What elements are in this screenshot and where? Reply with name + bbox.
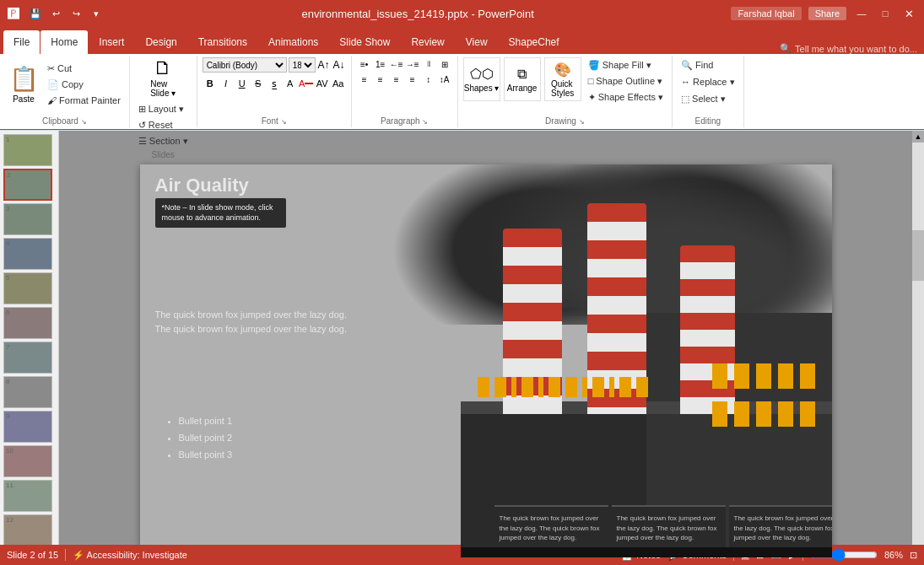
tab-shapechef[interactable]: ShapeChef <box>499 30 570 54</box>
find-button[interactable]: 🔍 Find <box>678 57 716 73</box>
arrange-label: Arrange <box>507 83 538 93</box>
shape-effects-button[interactable]: ✦ Shape Effects ▾ <box>585 89 667 105</box>
slide-title: Air Quality <box>155 175 249 196</box>
text-shadow-button[interactable]: s̲ <box>267 76 282 91</box>
editing-content: 🔍 Find ↔ Replace ▾ ⬚ Select ▾ <box>678 57 738 115</box>
columns-button[interactable]: ⫴ <box>421 57 436 71</box>
ribbon: File Home Insert Design Transitions Anim… <box>0 27 924 131</box>
slide-thumb-2[interactable]: 2 <box>3 169 52 201</box>
line-spacing-button[interactable]: ↕ <box>421 73 436 86</box>
font-case-button[interactable]: Aa <box>331 76 346 91</box>
slide-thumb-3[interactable]: 3 <box>3 203 52 235</box>
tab-design[interactable]: Design <box>135 30 186 54</box>
quick-styles-button[interactable]: 🎨 QuickStyles <box>544 57 581 101</box>
arrange-button[interactable]: ⧉ Arrange <box>504 57 541 101</box>
font-size-select[interactable]: 18 <box>289 57 316 73</box>
scroll-thumb[interactable] <box>912 230 924 281</box>
tab-home[interactable]: Home <box>41 30 88 54</box>
arrange-icon: ⧉ <box>517 67 527 82</box>
paste-icon: 📋 <box>9 65 39 93</box>
slide-thumb-11[interactable]: 11 <box>3 480 52 512</box>
window <box>800 363 815 389</box>
user-name[interactable]: Farshad Iqbal <box>731 7 801 20</box>
decrease-indent-button[interactable]: ←≡ <box>389 57 404 71</box>
maximize-button[interactable]: □ <box>877 5 894 22</box>
tab-review[interactable]: Review <box>401 30 454 54</box>
format-painter-button[interactable]: 🖌 Format Painter <box>44 93 124 108</box>
underline-button[interactable]: U <box>235 76 250 91</box>
shapes-button[interactable]: ⬠⬡ Shapes ▾ <box>463 57 500 101</box>
bold-button[interactable]: B <box>203 76 218 91</box>
arrange-col: ⧉ Arrange <box>504 57 541 101</box>
justify-button[interactable]: ≡ <box>405 73 420 86</box>
strikethrough-button[interactable]: S <box>251 76 266 91</box>
window <box>636 377 648 397</box>
shape-fill-button[interactable]: 🪣 Shape Fill ▾ <box>585 57 667 73</box>
window <box>592 377 604 397</box>
tab-animations[interactable]: Animations <box>258 30 328 54</box>
slide-canvas[interactable]: Air Quality *Note – In slide show mode, … <box>140 164 832 557</box>
select-button[interactable]: ⬚ Select ▾ <box>678 91 729 106</box>
font-color-button[interactable]: A <box>299 76 314 91</box>
minimize-button[interactable]: — <box>853 5 870 22</box>
font-expand[interactable]: ↘ <box>281 118 287 126</box>
vertical-scrollbar[interactable]: ▲ ▼ <box>912 131 924 565</box>
tab-view[interactable]: View <box>456 30 498 54</box>
drawing-expand[interactable]: ↘ <box>579 118 585 126</box>
redo-btn[interactable]: ↪ <box>68 5 84 22</box>
tab-insert[interactable]: Insert <box>89 30 134 54</box>
slide-thumb-4[interactable]: 4 <box>3 238 52 270</box>
save-btn[interactable]: 💾 <box>27 5 44 22</box>
slide-num-9: 9 <box>6 412 9 420</box>
numbering-button[interactable]: 1≡ <box>373 57 388 71</box>
bullets-button[interactable]: ≡• <box>357 57 372 71</box>
char-spacing-button[interactable]: AV <box>315 76 330 91</box>
smart-art-button[interactable]: ⊞ <box>437 57 452 71</box>
fit-slide-button[interactable]: ⊡ <box>910 550 917 561</box>
shape-outline-button[interactable]: □ Shape Outline ▾ <box>585 73 667 89</box>
clear-format-button[interactable]: A <box>283 76 298 91</box>
tab-file[interactable]: File <box>3 30 40 54</box>
close-button[interactable]: ✕ <box>900 5 917 22</box>
align-left-button[interactable]: ≡ <box>357 73 372 86</box>
copy-button[interactable]: 📄 Copy <box>44 77 124 92</box>
align-center-button[interactable]: ≡ <box>373 73 388 86</box>
font-size-increase[interactable]: A↑ <box>317 58 331 72</box>
slide-thumb-6[interactable]: 6 <box>3 307 52 339</box>
window <box>478 377 489 397</box>
zoom-level[interactable]: 86% <box>884 550 903 560</box>
accessibility-button[interactable]: ⚡ Accessibility: Investigate <box>73 550 187 561</box>
tab-slideshow[interactable]: Slide Show <box>329 30 400 54</box>
align-right-button[interactable]: ≡ <box>389 73 404 86</box>
font-size-decrease[interactable]: A↓ <box>332 58 346 72</box>
title-bar: 🅿 💾 ↩ ↪ ▾ environmental_issues_21419.ppt… <box>0 0 924 27</box>
layout-button[interactable]: ⊞ Layout ▾ <box>135 101 192 116</box>
replace-button[interactable]: ↔ Replace ▾ <box>678 74 738 89</box>
slide-thumb-1[interactable]: 1 <box>3 134 52 166</box>
slide-thumb-12[interactable]: 12 <box>3 514 52 546</box>
share-button[interactable]: Share <box>808 7 846 20</box>
customize-qat-btn[interactable]: ▾ <box>88 5 105 22</box>
slide-thumb-10[interactable]: 10 <box>3 445 52 477</box>
paragraph-expand[interactable]: ↘ <box>422 118 428 126</box>
undo-btn[interactable]: ↩ <box>47 5 64 22</box>
slide-thumb-7[interactable]: 7 <box>3 342 52 374</box>
increase-indent-button[interactable]: →≡ <box>405 57 420 71</box>
cut-button[interactable]: ✂ Cut <box>44 61 124 76</box>
text-direction-button[interactable]: ↕A <box>437 73 452 86</box>
font-family-select[interactable]: Calibri (Body) <box>203 57 287 73</box>
slide-thumb-8[interactable]: 8 <box>3 376 52 408</box>
slide-thumb-5[interactable]: 5 <box>3 272 52 304</box>
clipboard-expand[interactable]: ↘ <box>81 118 87 126</box>
paste-label: Paste <box>13 94 35 104</box>
tab-transitions[interactable]: Transitions <box>188 30 257 54</box>
new-slide-button[interactable]: 🗋 NewSlide ▾ <box>145 57 181 100</box>
window <box>778 401 793 427</box>
tell-me-box[interactable]: Tell me what you want to do... <box>795 44 917 54</box>
paste-button[interactable]: 📋 Paste <box>5 57 42 111</box>
slide-thumb-9[interactable]: 9 <box>3 411 52 443</box>
info-box-1: The quick brown fox jumped over the lazy… <box>494 505 608 549</box>
italic-button[interactable]: I <box>219 76 234 91</box>
app-icon: 🅿 <box>7 7 20 20</box>
scroll-up-button[interactable]: ▲ <box>912 131 924 143</box>
